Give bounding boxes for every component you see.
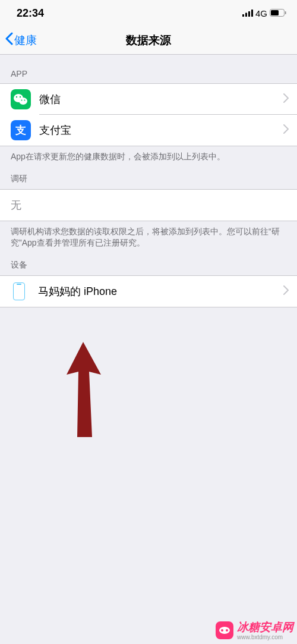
alipay-icon: 支 — [11, 120, 31, 140]
status-bar: 22:34 4G — [0, 0, 297, 26]
app-label: 支付宝 — [39, 123, 283, 137]
section-header-research: 调研 — [0, 163, 297, 189]
watermark-icon — [216, 621, 233, 639]
svg-point-10 — [20, 96, 21, 98]
section-header-devices: 设备 — [0, 249, 297, 275]
watermark-brand: 冰糖安卓网 — [237, 620, 293, 635]
svg-point-16 — [221, 629, 223, 632]
nav-bar: 健康 数据来源 — [0, 26, 297, 55]
status-time: 22:34 — [17, 7, 44, 20]
section-footer-research: 调研机构请求您数据的读取权限之后，将被添加到列表中。您可以前往“研究”App查看… — [0, 221, 297, 249]
battery-icon — [270, 8, 286, 18]
svg-rect-6 — [285, 11, 286, 14]
svg-rect-1 — [245, 12, 247, 17]
svg-point-15 — [219, 627, 230, 634]
section-footer-app: App在请求更新您的健康数据时，会被添加到以上列表中。 — [0, 146, 297, 163]
app-label: 微信 — [39, 92, 283, 106]
svg-point-11 — [21, 100, 23, 101]
svg-point-12 — [24, 100, 26, 101]
watermark: 冰糖安卓网 www.bxtdmy.com — [216, 620, 293, 640]
app-list: 微信 支 支付宝 — [0, 83, 297, 146]
svg-point-8 — [19, 98, 27, 105]
status-right: 4G — [242, 8, 286, 18]
back-label: 健康 — [14, 33, 37, 48]
svg-point-9 — [16, 96, 17, 98]
chevron-right-icon — [283, 124, 289, 136]
svg-rect-5 — [271, 10, 279, 15]
iphone-icon — [13, 282, 25, 300]
svg-rect-2 — [248, 11, 250, 17]
chevron-right-icon — [283, 285, 289, 297]
app-row-wechat[interactable]: 微信 — [0, 84, 297, 115]
signal-icon — [242, 8, 253, 18]
section-header-app: APP — [0, 55, 297, 83]
svg-text:支: 支 — [15, 124, 26, 136]
page-title: 数据来源 — [0, 33, 297, 48]
svg-marker-14 — [67, 342, 101, 437]
svg-rect-3 — [251, 10, 253, 17]
back-button[interactable]: 健康 — [0, 32, 37, 48]
network-label: 4G — [255, 8, 267, 18]
device-row[interactable]: 马妈妈的 iPhone — [0, 276, 297, 307]
research-list: 无 — [0, 189, 297, 221]
chevron-right-icon — [283, 93, 289, 105]
wechat-icon — [11, 89, 31, 109]
annotation-arrow — [59, 342, 107, 445]
app-row-alipay[interactable]: 支 支付宝 — [0, 115, 297, 146]
research-none-row: 无 — [0, 190, 297, 221]
device-label: 马妈妈的 iPhone — [38, 284, 283, 299]
svg-point-17 — [226, 629, 228, 632]
none-label: 无 — [11, 198, 289, 212]
chevron-left-icon — [5, 32, 13, 48]
devices-list: 马妈妈的 iPhone — [0, 275, 297, 307]
svg-rect-0 — [242, 14, 244, 17]
